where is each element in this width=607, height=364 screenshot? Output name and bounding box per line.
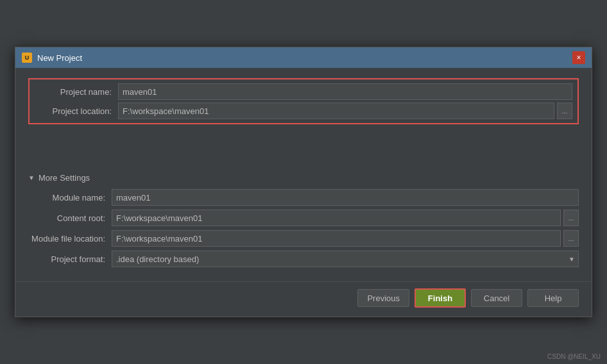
dialog-title: New Project <box>37 53 82 63</box>
module-file-location-input[interactable] <box>112 230 561 247</box>
close-button[interactable]: × <box>572 51 585 64</box>
project-location-browse-button[interactable]: ... <box>557 103 572 119</box>
finish-button[interactable]: Finish <box>415 288 466 308</box>
project-location-input-wrapper: ... <box>118 103 572 119</box>
intellij-icon: U <box>22 53 32 63</box>
project-format-row: Project format: .idea (directory based) … <box>28 251 579 267</box>
content-area <box>28 129 579 168</box>
project-format-label: Project format: <box>28 254 112 264</box>
browse-icon: ... <box>561 107 567 115</box>
new-project-dialog: U New Project × Project name: Project lo… <box>15 47 592 317</box>
more-settings-section: ▼ More Settings Module name: Content roo… <box>28 173 579 271</box>
content-root-row: Content root: ... <box>28 210 579 226</box>
highlighted-fields-group: Project name: Project location: ... <box>28 78 579 124</box>
module-name-row: Module name: <box>28 189 579 206</box>
collapse-icon: ▼ <box>28 174 35 181</box>
more-settings-label: More Settings <box>38 173 90 183</box>
project-name-row: Project name: <box>35 83 572 100</box>
dialog-body: Project name: Project location: ... <box>15 68 592 279</box>
module-file-location-input-wrapper: ... <box>112 230 579 247</box>
project-name-input[interactable] <box>118 83 572 100</box>
more-settings-content: Module name: Content root: ... <box>28 189 579 271</box>
module-name-label: Module name: <box>28 193 112 203</box>
module-name-input[interactable] <box>112 189 579 206</box>
project-location-input[interactable] <box>118 103 554 119</box>
browse-icon: ... <box>568 235 574 242</box>
content-root-label: Content root: <box>28 213 112 223</box>
module-file-location-browse-button[interactable]: ... <box>563 230 579 247</box>
title-bar: U New Project × <box>15 47 592 68</box>
title-bar-left: U New Project <box>22 53 82 63</box>
project-name-input-wrapper <box>118 83 572 100</box>
cancel-button[interactable]: Cancel <box>471 289 522 307</box>
previous-button[interactable]: Previous <box>357 289 409 307</box>
module-file-location-label: Module file location: <box>28 234 112 244</box>
watermark: CSDN @NEIL_XU <box>547 353 601 360</box>
help-button[interactable]: Help <box>527 289 579 307</box>
dialog-footer: Previous Finish Cancel Help <box>15 281 592 317</box>
project-format-select[interactable]: .idea (directory based) <box>112 251 579 267</box>
more-settings-header[interactable]: ▼ More Settings <box>28 173 579 183</box>
module-file-location-row: Module file location: ... <box>28 230 579 247</box>
project-location-row: Project location: ... <box>35 103 572 119</box>
close-icon: × <box>576 53 581 62</box>
project-location-label: Project location: <box>35 106 118 116</box>
content-root-input[interactable] <box>112 210 561 226</box>
project-format-select-wrapper: .idea (directory based) ▼ <box>112 251 579 267</box>
project-name-label: Project name: <box>35 87 118 97</box>
browse-icon: ... <box>568 214 574 222</box>
content-root-browse-button[interactable]: ... <box>563 210 579 226</box>
content-root-input-wrapper: ... <box>112 210 579 226</box>
module-name-input-wrapper <box>112 189 579 206</box>
